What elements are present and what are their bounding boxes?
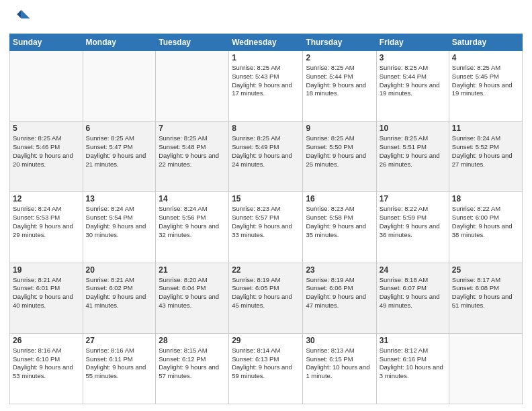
calendar-cell: 24Sunrise: 8:18 AM Sunset: 6:07 PM Dayli… (376, 263, 449, 333)
day-info: Sunrise: 8:16 AM Sunset: 6:11 PM Dayligh… (86, 347, 153, 381)
day-number: 14 (159, 194, 226, 203)
day-number: 16 (306, 194, 373, 203)
calendar-cell: 26Sunrise: 8:16 AM Sunset: 6:10 PM Dayli… (10, 333, 83, 404)
day-number: 10 (380, 124, 446, 133)
day-info: Sunrise: 8:22 AM Sunset: 6:00 PM Dayligh… (452, 205, 519, 239)
calendar-cell: 10Sunrise: 8:25 AM Sunset: 5:51 PM Dayli… (376, 122, 449, 192)
day-number: 6 (86, 124, 153, 133)
calendar-cell: 30Sunrise: 8:13 AM Sunset: 6:15 PM Dayli… (303, 333, 376, 404)
day-number: 28 (159, 336, 226, 345)
calendar-cell: 14Sunrise: 8:24 AM Sunset: 5:56 PM Dayli… (156, 192, 229, 263)
calendar-cell: 25Sunrise: 8:17 AM Sunset: 6:08 PM Dayli… (449, 263, 522, 333)
day-number: 30 (306, 336, 373, 345)
day-info: Sunrise: 8:25 AM Sunset: 5:47 PM Dayligh… (86, 134, 153, 169)
weekday-header: Tuesday (156, 34, 229, 51)
day-number: 15 (232, 194, 300, 203)
day-info: Sunrise: 8:19 AM Sunset: 6:06 PM Dayligh… (306, 276, 373, 310)
day-info: Sunrise: 8:25 AM Sunset: 5:49 PM Dayligh… (232, 134, 300, 169)
day-info: Sunrise: 8:25 AM Sunset: 5:44 PM Dayligh… (306, 64, 373, 98)
svg-marker-1 (17, 10, 21, 19)
day-number: 1 (232, 53, 300, 62)
day-info: Sunrise: 8:24 AM Sunset: 5:52 PM Dayligh… (452, 134, 519, 169)
header (9, 7, 523, 28)
day-number: 13 (86, 194, 153, 203)
day-number: 8 (232, 124, 300, 133)
calendar-cell: 12Sunrise: 8:24 AM Sunset: 5:53 PM Dayli… (10, 192, 83, 263)
svg-marker-0 (21, 10, 30, 19)
day-info: Sunrise: 8:21 AM Sunset: 6:02 PM Dayligh… (86, 276, 153, 310)
calendar-cell: 13Sunrise: 8:24 AM Sunset: 5:54 PM Dayli… (83, 192, 156, 263)
calendar-cell: 2Sunrise: 8:25 AM Sunset: 5:44 PM Daylig… (303, 51, 376, 122)
day-info: Sunrise: 8:23 AM Sunset: 5:58 PM Dayligh… (306, 205, 373, 239)
calendar-cell: 4Sunrise: 8:25 AM Sunset: 5:45 PM Daylig… (449, 51, 522, 122)
calendar-table: SundayMondayTuesdayWednesdayThursdayFrid… (9, 34, 523, 404)
day-info: Sunrise: 8:19 AM Sunset: 6:05 PM Dayligh… (232, 276, 300, 310)
day-number: 7 (159, 124, 226, 133)
day-number: 17 (380, 194, 446, 203)
day-number: 11 (452, 124, 519, 133)
day-number: 9 (306, 124, 373, 133)
day-number: 20 (86, 265, 153, 275)
day-info: Sunrise: 8:16 AM Sunset: 6:10 PM Dayligh… (13, 347, 80, 381)
day-number: 29 (232, 336, 300, 345)
day-info: Sunrise: 8:25 AM Sunset: 5:48 PM Dayligh… (159, 134, 226, 169)
day-number: 5 (13, 124, 80, 133)
day-info: Sunrise: 8:14 AM Sunset: 6:13 PM Dayligh… (232, 347, 300, 381)
calendar-cell: 9Sunrise: 8:25 AM Sunset: 5:50 PM Daylig… (303, 122, 376, 192)
day-number: 25 (452, 265, 519, 275)
day-number: 2 (306, 53, 373, 62)
calendar-cell: 16Sunrise: 8:23 AM Sunset: 5:58 PM Dayli… (303, 192, 376, 263)
calendar-cell (10, 51, 83, 122)
weekday-header: Monday (83, 34, 156, 51)
calendar-cell: 21Sunrise: 8:20 AM Sunset: 6:04 PM Dayli… (156, 263, 229, 333)
calendar-cell: 11Sunrise: 8:24 AM Sunset: 5:52 PM Dayli… (449, 122, 522, 192)
day-info: Sunrise: 8:13 AM Sunset: 6:15 PM Dayligh… (306, 347, 373, 381)
weekday-header: Wednesday (229, 34, 303, 51)
logo (9, 7, 34, 28)
day-number: 22 (232, 265, 300, 275)
day-info: Sunrise: 8:18 AM Sunset: 6:07 PM Dayligh… (380, 276, 446, 310)
day-info: Sunrise: 8:20 AM Sunset: 6:04 PM Dayligh… (159, 276, 226, 310)
calendar-cell: 5Sunrise: 8:25 AM Sunset: 5:46 PM Daylig… (10, 122, 83, 192)
calendar-cell: 8Sunrise: 8:25 AM Sunset: 5:49 PM Daylig… (229, 122, 303, 192)
day-info: Sunrise: 8:17 AM Sunset: 6:08 PM Dayligh… (452, 276, 519, 310)
calendar-cell: 20Sunrise: 8:21 AM Sunset: 6:02 PM Dayli… (83, 263, 156, 333)
calendar-cell: 3Sunrise: 8:25 AM Sunset: 5:44 PM Daylig… (376, 51, 449, 122)
calendar-cell: 29Sunrise: 8:14 AM Sunset: 6:13 PM Dayli… (229, 333, 303, 404)
calendar-cell (156, 51, 229, 122)
calendar-cell: 15Sunrise: 8:23 AM Sunset: 5:57 PM Dayli… (229, 192, 303, 263)
day-info: Sunrise: 8:24 AM Sunset: 5:54 PM Dayligh… (86, 205, 153, 239)
day-number: 3 (380, 53, 446, 62)
day-number: 18 (452, 194, 519, 203)
day-info: Sunrise: 8:24 AM Sunset: 5:53 PM Dayligh… (13, 205, 80, 239)
calendar-cell: 28Sunrise: 8:15 AM Sunset: 6:12 PM Dayli… (156, 333, 229, 404)
day-info: Sunrise: 8:25 AM Sunset: 5:44 PM Dayligh… (380, 64, 446, 98)
calendar-cell: 7Sunrise: 8:25 AM Sunset: 5:48 PM Daylig… (156, 122, 229, 192)
day-info: Sunrise: 8:22 AM Sunset: 5:59 PM Dayligh… (380, 205, 446, 239)
day-number: 31 (380, 336, 446, 345)
calendar-cell (449, 333, 522, 404)
day-info: Sunrise: 8:25 AM Sunset: 5:50 PM Dayligh… (306, 134, 373, 169)
calendar-cell: 31Sunrise: 8:12 AM Sunset: 6:16 PM Dayli… (376, 333, 449, 404)
day-info: Sunrise: 8:21 AM Sunset: 6:01 PM Dayligh… (13, 276, 80, 310)
page: SundayMondayTuesdayWednesdayThursdayFrid… (0, 0, 532, 411)
day-info: Sunrise: 8:25 AM Sunset: 5:43 PM Dayligh… (232, 64, 300, 98)
calendar-cell (83, 51, 156, 122)
day-number: 19 (13, 265, 80, 275)
day-number: 21 (159, 265, 226, 275)
weekday-header: Thursday (303, 34, 376, 51)
calendar-cell: 1Sunrise: 8:25 AM Sunset: 5:43 PM Daylig… (229, 51, 303, 122)
calendar-cell: 22Sunrise: 8:19 AM Sunset: 6:05 PM Dayli… (229, 263, 303, 333)
day-info: Sunrise: 8:23 AM Sunset: 5:57 PM Dayligh… (232, 205, 300, 239)
day-info: Sunrise: 8:12 AM Sunset: 6:16 PM Dayligh… (380, 347, 446, 381)
day-number: 26 (13, 336, 80, 345)
calendar-cell: 27Sunrise: 8:16 AM Sunset: 6:11 PM Dayli… (83, 333, 156, 404)
day-number: 4 (452, 53, 519, 62)
calendar-cell: 17Sunrise: 8:22 AM Sunset: 5:59 PM Dayli… (376, 192, 449, 263)
calendar-cell: 19Sunrise: 8:21 AM Sunset: 6:01 PM Dayli… (10, 263, 83, 333)
weekday-header: Sunday (10, 34, 83, 51)
weekday-header: Saturday (449, 34, 522, 51)
day-info: Sunrise: 8:15 AM Sunset: 6:12 PM Dayligh… (159, 347, 226, 381)
day-info: Sunrise: 8:25 AM Sunset: 5:51 PM Dayligh… (380, 134, 446, 169)
calendar-cell: 23Sunrise: 8:19 AM Sunset: 6:06 PM Dayli… (303, 263, 376, 333)
